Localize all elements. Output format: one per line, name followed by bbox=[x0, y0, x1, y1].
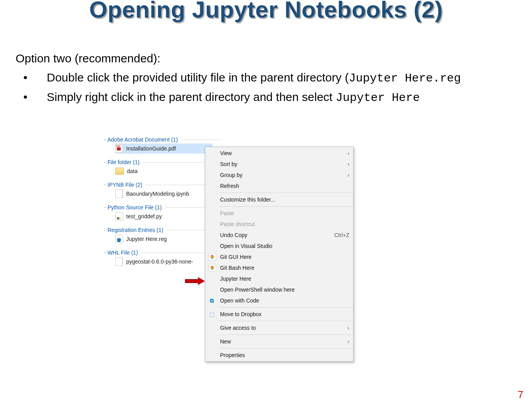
chevron-down-icon: › bbox=[102, 229, 108, 230]
bullet-code-2: Jupyter Here bbox=[336, 91, 420, 104]
bullet-lvl2-1: •Double click the provided utility file … bbox=[0, 70, 516, 87]
option-two-label: Option two (recommended): bbox=[16, 52, 160, 65]
group-header[interactable]: ›IPYNB File (2) bbox=[104, 182, 221, 188]
menu-item-label: Customize this folder... bbox=[220, 196, 275, 203]
menu-item-label: Properties bbox=[220, 352, 245, 358]
group-header-label: Adobe Acrobat Document (1) bbox=[107, 136, 178, 143]
file-name: data bbox=[127, 168, 137, 174]
git-icon bbox=[208, 264, 216, 272]
menu-item-label: Git Bash Here bbox=[220, 265, 254, 271]
menu-item-jupyter-here[interactable]: Jupyter Here bbox=[205, 273, 353, 284]
bullet-code-1: Jupyter Here.reg bbox=[349, 72, 461, 85]
menu-item-label: Sort by bbox=[220, 161, 237, 167]
reg-file-icon bbox=[115, 235, 123, 243]
context-menu: View›Sort by›Group by›RefreshCustomize t… bbox=[205, 147, 354, 362]
folder-file-icon bbox=[115, 168, 124, 175]
menu-item-shortcut: Ctrl+Z bbox=[335, 232, 350, 238]
vscode-icon: ⧉ bbox=[208, 297, 215, 304]
file-name: Jupyter Here.reg bbox=[126, 236, 167, 242]
menu-item-label: Give access to bbox=[220, 325, 256, 331]
menu-separator bbox=[219, 321, 353, 321]
file-name: pygeostat-0.6.0-py36-none- bbox=[126, 258, 193, 265]
menu-separator bbox=[219, 193, 353, 193]
menu-item-view[interactable]: View› bbox=[205, 148, 353, 159]
group-header-label: WHL File (1) bbox=[107, 250, 138, 256]
menu-item-label: Open with Code bbox=[220, 297, 259, 304]
menu-item-group-by[interactable]: Group by› bbox=[205, 170, 353, 180]
chevron-down-icon: › bbox=[102, 184, 108, 185]
file-row[interactable]: InstallationGuide.pdf bbox=[115, 143, 213, 154]
explorer-pane: ›Adobe Acrobat Document (1)InstallationG… bbox=[104, 131, 221, 267]
menu-item-label: Git GUI Here bbox=[220, 254, 252, 260]
submenu-arrow-icon: › bbox=[347, 150, 349, 156]
bullet-text-2a: Simply right click in the parent directo… bbox=[47, 90, 336, 103]
bullet-lvl2-2: •Simply right click in the parent direct… bbox=[0, 89, 516, 106]
group-header[interactable]: ›WHL File (1) bbox=[104, 250, 221, 256]
file-name: BaoundaryModeling.ipynb bbox=[126, 191, 189, 197]
chevron-down-icon: › bbox=[102, 139, 108, 140]
group-header[interactable]: ›Adobe Acrobat Document (1) bbox=[104, 136, 221, 143]
menu-separator bbox=[219, 334, 353, 335]
menu-item-paste-shortcut: Paste shortcut bbox=[205, 219, 353, 230]
menu-item-label: Move to Dropbox bbox=[220, 311, 262, 317]
menu-item-open-with-code[interactable]: ⧉Open with Code bbox=[205, 295, 353, 306]
slide: Opening Jupyter Notebooks (2) –Option tw… bbox=[0, 0, 532, 407]
menu-item-undo-copy[interactable]: Undo CopyCtrl+Z bbox=[205, 230, 353, 241]
page-number: 7 bbox=[518, 389, 523, 401]
menu-item-move-to-dropbox[interactable]: ⬚Move to Dropbox bbox=[205, 309, 353, 320]
menu-item-properties[interactable]: Properties bbox=[205, 350, 353, 361]
blank-file-icon bbox=[115, 257, 123, 266]
chevron-down-icon: › bbox=[102, 161, 108, 163]
menu-separator bbox=[219, 307, 353, 308]
group-header[interactable]: ›Python Source File (1) bbox=[104, 204, 221, 211]
pdf-file-icon bbox=[115, 144, 123, 153]
bullet-text-1a: Double click the provided utility file i… bbox=[47, 71, 349, 84]
submenu-arrow-icon: › bbox=[347, 161, 349, 167]
menu-item-label: Jupyter Here bbox=[220, 276, 251, 282]
menu-item-label: Open PowerShell window here bbox=[220, 287, 294, 293]
submenu-arrow-icon: › bbox=[347, 338, 349, 345]
git-icon bbox=[208, 253, 216, 261]
bullet-lvl1: –Option two (recommended): bbox=[0, 51, 516, 67]
menu-separator bbox=[219, 348, 353, 349]
menu-item-label: Open in Visual Studio bbox=[220, 243, 272, 249]
menu-item-label: Group by bbox=[220, 172, 243, 178]
menu-item-label: New bbox=[220, 338, 231, 345]
slide-title: Opening Jupyter Notebooks (2) bbox=[0, 0, 532, 23]
chevron-down-icon: › bbox=[102, 252, 108, 253]
group-header-label: Registration Entries (1) bbox=[107, 227, 163, 233]
menu-item-label: View bbox=[220, 150, 232, 156]
menu-separator bbox=[219, 206, 353, 207]
blank-file-icon bbox=[115, 189, 123, 198]
file-name: test_griddef.py bbox=[126, 213, 162, 219]
menu-item-refresh[interactable]: Refresh bbox=[205, 180, 353, 191]
menu-item-label: Refresh bbox=[220, 183, 239, 189]
menu-item-git-bash-here[interactable]: Git Bash Here bbox=[205, 262, 353, 273]
group-header-label: IPYNB File (2) bbox=[107, 182, 142, 188]
menu-item-customize-this-folder[interactable]: Customize this folder... bbox=[205, 194, 353, 205]
group-header-label: File folder (1) bbox=[107, 159, 139, 165]
menu-item-paste: Paste bbox=[205, 208, 353, 219]
annotation-arrow bbox=[185, 278, 205, 285]
menu-item-sort-by[interactable]: Sort by› bbox=[205, 159, 353, 170]
menu-item-open-in-visual-studio[interactable]: Open in Visual Studio bbox=[205, 241, 353, 251]
group-header-label: Python Source File (1) bbox=[107, 204, 162, 211]
menu-item-label: Paste bbox=[220, 210, 234, 216]
menu-item-label: Paste shortcut bbox=[220, 221, 255, 227]
menu-item-give-access-to[interactable]: Give access to› bbox=[205, 322, 353, 333]
screenshot-area: ›Adobe Acrobat Document (1)InstallationG… bbox=[104, 131, 355, 376]
group-header[interactable]: ›File folder (1) bbox=[104, 159, 221, 165]
group-header-rule bbox=[181, 140, 221, 140]
file-name: InstallationGuide.pdf bbox=[126, 145, 176, 152]
menu-item-new[interactable]: New› bbox=[205, 336, 353, 347]
menu-item-open-powershell-window-here[interactable]: Open PowerShell window here bbox=[205, 284, 353, 295]
dropbox-icon: ⬚ bbox=[208, 311, 215, 318]
submenu-arrow-icon: › bbox=[347, 172, 349, 178]
menu-item-label: Undo Copy bbox=[220, 232, 247, 238]
py-file-icon bbox=[115, 212, 123, 221]
menu-item-git-gui-here[interactable]: Git GUI Here bbox=[205, 251, 353, 262]
chevron-down-icon: › bbox=[102, 207, 108, 208]
group-header[interactable]: ›Registration Entries (1) bbox=[104, 227, 221, 233]
slide-body: –Option two (recommended): •Double click… bbox=[0, 51, 516, 109]
submenu-arrow-icon: › bbox=[347, 325, 349, 331]
